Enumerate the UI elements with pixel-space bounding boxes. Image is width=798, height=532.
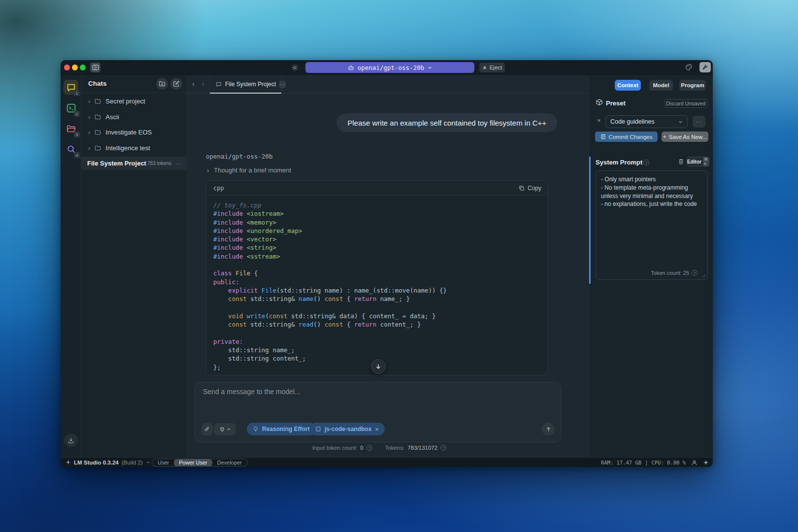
lm-studio-window: openai/gpt-oss-20b Eject 1 — [61, 60, 713, 467]
chat-folder-ascii[interactable]: Ascii — [81, 110, 187, 124]
chat-menu-icon[interactable] — [175, 161, 182, 166]
preset-select[interactable]: Code guidelines — [605, 115, 688, 128]
code-line: public: — [213, 278, 540, 286]
copy-code-button[interactable]: Copy — [519, 185, 541, 192]
status-bar-left[interactable]: LM Studio 0.3.24 (Build 2) — [61, 460, 150, 466]
thought-disclosure[interactable]: Thought for a brief moment — [207, 166, 291, 174]
chats-panel: Chats Secret project Ascii — [81, 75, 187, 457]
code-line: explicit File(std::string name) : name_(… — [213, 286, 540, 295]
new-chat-button[interactable] — [170, 78, 182, 90]
right-panel: Context Model Program Preset Discard Uns… — [589, 75, 713, 457]
nav-my-models-badge: 3 — [74, 132, 80, 137]
resize-grip-icon[interactable] — [702, 274, 706, 278]
plugins-button[interactable] — [214, 423, 236, 435]
help-icon[interactable] — [692, 270, 698, 276]
copy-label: Copy — [528, 185, 541, 192]
sandbox-file-icon — [315, 426, 321, 432]
remove-chip-icon[interactable] — [375, 426, 379, 433]
maximize-window-button[interactable] — [80, 65, 86, 70]
stats-separator: | — [645, 460, 648, 466]
system-prompt-input[interactable]: - Only smart pointers - No template meta… — [596, 171, 707, 263]
save-as-new-button[interactable]: Save As New... — [662, 132, 708, 142]
folder-label: Intelligence test — [105, 144, 150, 152]
model-selector[interactable]: openai/gpt-oss-20b — [305, 62, 474, 73]
ram-usage-label: RAM: 17.47 GB — [601, 460, 641, 466]
code-block-header: cpp Copy — [206, 181, 547, 196]
caret-right-icon — [88, 113, 90, 121]
trash-icon[interactable] — [678, 158, 684, 165]
chip-label: Reasoning Effort — [262, 426, 310, 432]
downloads-button[interactable] — [64, 433, 78, 447]
eject-model-button[interactable]: Eject — [479, 63, 505, 72]
attach-file-button[interactable] — [201, 423, 213, 435]
help-icon[interactable] — [440, 445, 446, 451]
chevron-down-icon — [678, 120, 683, 124]
nav-back-icon[interactable]: ‹ — [192, 79, 195, 88]
send-message-button[interactable] — [542, 423, 555, 435]
js-code-sandbox-chip[interactable]: js-code-sandbox — [309, 423, 385, 435]
system-stats: RAM: 17.47 GB | CPU: 0.00 % — [601, 460, 686, 466]
clear-preset-icon[interactable] — [597, 117, 601, 124]
app-version-label: LM Studio 0.3.24 — [74, 460, 119, 466]
composer: Reasoning Effort js-code-sandbox — [195, 382, 562, 442]
code-line: #include <sstream> — [213, 252, 540, 261]
tab-program-label: Program — [681, 82, 704, 88]
mode-developer[interactable]: Developer — [212, 460, 247, 466]
folder-icon — [95, 114, 101, 120]
status-bar: LM Studio 0.3.24 (Build 2) User Power Us… — [61, 457, 713, 467]
cpu-usage-label: CPU: 0.00 % — [651, 460, 686, 466]
tab-menu-icon[interactable] — [279, 81, 286, 88]
chat-folder-secret-project[interactable]: Secret project — [81, 95, 187, 108]
chat-folder-investigate-eos[interactable]: Investigate EOS — [81, 126, 187, 139]
chats-header: Chats — [81, 75, 187, 93]
mode-power-user[interactable]: Power User — [174, 459, 212, 466]
discard-unsaved-button[interactable]: Discard Unsaved — [664, 99, 707, 108]
caret-right-icon — [88, 98, 90, 105]
wrench-icon — [702, 64, 708, 70]
assistant-model-name: openai/gpt-oss-20b — [206, 153, 272, 160]
status-bar-right: RAM: 17.47 GB | CPU: 0.00 % — [601, 458, 709, 467]
nav-chat-button[interactable]: 1 — [64, 80, 78, 95]
token-count-label: Token count: 25 — [651, 270, 689, 276]
scroll-to-bottom-button[interactable] — [371, 359, 386, 374]
nav-developer-badge: 2 — [74, 111, 80, 117]
commit-changes-button[interactable]: Commit Changes — [595, 132, 658, 142]
tokens-label: Tokens: — [385, 445, 405, 451]
new-folder-button[interactable] — [156, 78, 168, 90]
help-icon[interactable] — [643, 160, 649, 166]
chat-folder-intelligence-test[interactable]: Intelligence test — [81, 141, 187, 155]
user-icon[interactable] — [691, 460, 698, 466]
chat-main: ‹ › File System Project Please write an … — [187, 75, 589, 457]
nav-discover-button[interactable]: 4 — [64, 142, 78, 157]
tab-context[interactable]: Context — [615, 80, 641, 91]
selected-chat-row[interactable]: File System Project 783 tokens — [81, 157, 187, 170]
theme-button[interactable] — [685, 64, 693, 71]
mode-user[interactable]: User — [153, 460, 174, 466]
code-line: #include <string> — [213, 243, 540, 252]
code-line: #include <vector> — [213, 235, 540, 243]
preset-menu-button[interactable] — [693, 116, 705, 128]
minimize-window-button[interactable] — [72, 65, 78, 70]
settings-gear-button[interactable] — [291, 64, 299, 71]
dev-tools-button[interactable] — [699, 62, 711, 72]
code-line: const std::string& read() const { return… — [213, 320, 540, 329]
nav-developer-button[interactable]: 2 — [64, 100, 78, 115]
tab-file-system-project[interactable]: File System Project — [209, 75, 282, 94]
system-prompt-card: - Only smart pointers - No template meta… — [596, 170, 708, 280]
chat-tab-icon — [216, 81, 222, 87]
system-prompt-token-count: Token count: 25 — [651, 270, 698, 276]
help-icon[interactable] — [366, 445, 372, 451]
toggle-sidebar-button[interactable] — [90, 63, 100, 72]
tab-program[interactable]: Program — [679, 80, 706, 91]
reasoning-effort-chip[interactable]: Reasoning Effort — [247, 423, 316, 435]
nav-forward-icon[interactable]: › — [202, 79, 204, 88]
close-window-button[interactable] — [64, 65, 70, 70]
editor-label: Editor — [687, 159, 701, 165]
nav-my-models-button[interactable]: 3 — [64, 121, 78, 136]
message-input[interactable] — [203, 388, 548, 413]
system-prompt-accent-bar — [589, 157, 591, 284]
input-token-value: 0 — [360, 445, 363, 451]
sparkle-icon[interactable] — [703, 460, 709, 466]
editor-button[interactable]: Editor ⌘ E — [687, 157, 709, 166]
tab-model[interactable]: Model — [649, 80, 673, 91]
